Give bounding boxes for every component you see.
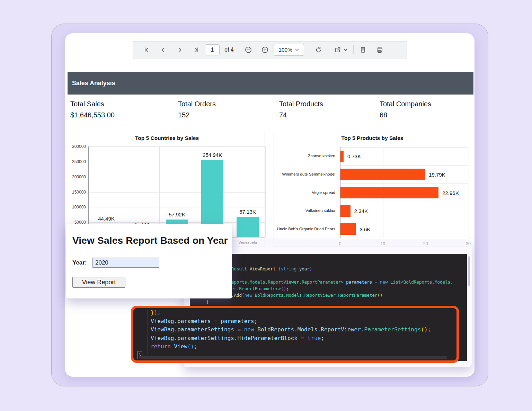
previous-page-button[interactable]	[159, 45, 168, 54]
gridline-x	[89, 146, 89, 237]
chevron-right-icon	[176, 46, 183, 53]
gridline-y	[89, 162, 265, 162]
refresh-button[interactable]	[314, 45, 323, 54]
code-token: View	[174, 343, 187, 350]
countries-chart-title: Top 5 Countries by Sales	[69, 135, 265, 141]
products-chart-title: Top 5 Products by Sales	[274, 135, 471, 141]
code-vertical-scrollbar[interactable]	[468, 256, 470, 286]
code-token: parameters	[344, 279, 375, 285]
bar[interactable]	[340, 169, 425, 180]
bar[interactable]	[340, 151, 344, 162]
code-token: )	[154, 309, 158, 316]
kpi-label: Total Companies	[380, 100, 431, 108]
kpi-label: Total Sales	[70, 100, 115, 108]
bar-value-label: 19.79K	[429, 172, 445, 178]
gridline-y	[89, 207, 265, 207]
bar-value-label: 22.96K	[442, 190, 459, 196]
code-token: ;	[286, 286, 289, 291]
y-axis-category-label: Wimmers gute Semmelknödel	[276, 172, 335, 176]
bar-value-label: 3.6K	[360, 226, 370, 232]
kpi-total-orders: Total Orders 152	[178, 100, 216, 119]
code-token: ViewReport	[250, 266, 278, 271]
view-report-button[interactable]: View Report	[72, 277, 125, 288]
bar-value-label: 67.13K	[230, 209, 265, 215]
first-page-button[interactable]	[142, 45, 151, 54]
next-page-button[interactable]	[175, 45, 184, 54]
code-token: true	[308, 335, 321, 341]
gridline-y	[340, 147, 468, 148]
zoom-level-dropdown[interactable]: 100%	[274, 44, 304, 56]
code-token: =	[214, 318, 221, 324]
code-line: {	[190, 298, 467, 305]
parameter-form-card: View Sales Report Based on Year Year: Vi…	[66, 224, 232, 298]
code-horizontal-scrollbar[interactable]	[139, 356, 447, 359]
bar[interactable]	[340, 223, 356, 235]
zoom-in-button[interactable]	[260, 45, 269, 54]
gridline-x	[265, 146, 266, 237]
page-number-input[interactable]	[205, 44, 220, 55]
gridline-y	[340, 220, 468, 220]
kpi-total-products: Total Products 74	[279, 100, 323, 119]
code-token: er.ReportParameter>	[231, 286, 281, 291]
code-token: eports.Models.ReportViewer.ReportParamet…	[231, 279, 344, 285]
bar[interactable]	[237, 217, 259, 237]
gridline-y	[89, 146, 265, 147]
bar-value-label: 254.94K	[195, 152, 230, 158]
code-token: new	[244, 326, 258, 333]
last-page-icon	[193, 46, 200, 53]
gridline-y	[340, 202, 468, 202]
bar[interactable]	[340, 187, 438, 198]
code-token: ()	[421, 326, 427, 333]
code-token: )	[310, 266, 312, 271]
code-token: new	[245, 293, 255, 298]
y-axis-category-label: Valkoinen suklaa	[276, 208, 335, 213]
page-setup-button[interactable]	[358, 45, 367, 54]
code-highlight-box: });ViewBag.parameters = parameters;ViewB…	[131, 306, 459, 363]
bar[interactable]	[340, 205, 351, 217]
code-token: return	[151, 343, 174, 350]
bar-value-label: 0.73K	[347, 153, 361, 159]
chevron-down-icon	[344, 48, 347, 51]
code-line: ViewBag.parameterSettings.HideParameterB…	[133, 334, 456, 343]
year-label: Year:	[72, 259, 87, 266]
code-token: List<BoldReports.Models.	[390, 279, 453, 285]
code-highlight-lines: });ViewBag.parameters = parameters;ViewB…	[133, 309, 456, 359]
code-token: ViewBag.parameterSettings	[151, 326, 237, 333]
export-icon	[334, 46, 342, 54]
y-axis-tick-label: 150000	[72, 190, 86, 195]
kpi-total-companies: Total Companies 68	[380, 100, 431, 119]
y-axis-category-label: Vegie-spread	[276, 190, 335, 195]
code-token: ()	[281, 286, 286, 291]
gridline-y	[340, 184, 468, 184]
code-token: =	[237, 326, 244, 333]
parameter-form-title: View Sales Report Based on Year	[72, 235, 228, 246]
toolbar-divider	[353, 45, 354, 54]
refresh-icon	[315, 46, 322, 54]
y-axis-category-label: Uncle Bob's Organic Dried Pears	[276, 227, 335, 231]
code-line: ViewBag.parameters = parameters;	[133, 317, 456, 326]
toolbar-divider	[239, 45, 239, 54]
code-token: BoldReports.Models.ReportViewer.	[257, 326, 364, 333]
code-token: ;	[157, 309, 161, 316]
gridline-y	[89, 177, 265, 177]
chevron-left-icon	[160, 46, 167, 53]
code-token: ;	[428, 326, 431, 333]
export-button[interactable]	[333, 45, 348, 54]
year-input[interactable]	[92, 258, 159, 268]
last-page-button[interactable]	[192, 45, 201, 54]
code-token: parameters	[221, 318, 254, 324]
zoom-out-button[interactable]	[244, 45, 253, 54]
kpi-value: 152	[178, 111, 216, 119]
bar-value-label: 2.34K	[354, 208, 368, 214]
code-token: ()	[377, 293, 382, 298]
code-token: ;	[254, 318, 258, 324]
y-axis-tick-label: 300000	[72, 144, 86, 149]
code-token: }	[151, 309, 154, 316]
code-token: Add	[234, 293, 242, 298]
code-token: string	[281, 266, 299, 271]
print-button[interactable]	[375, 45, 384, 54]
zoom-in-icon	[261, 46, 269, 54]
y-axis-tick-label: 250000	[72, 159, 86, 164]
code-token: Result	[231, 266, 250, 271]
code-token: ViewBag.parameterSettings.HideParameterB…	[151, 335, 301, 341]
